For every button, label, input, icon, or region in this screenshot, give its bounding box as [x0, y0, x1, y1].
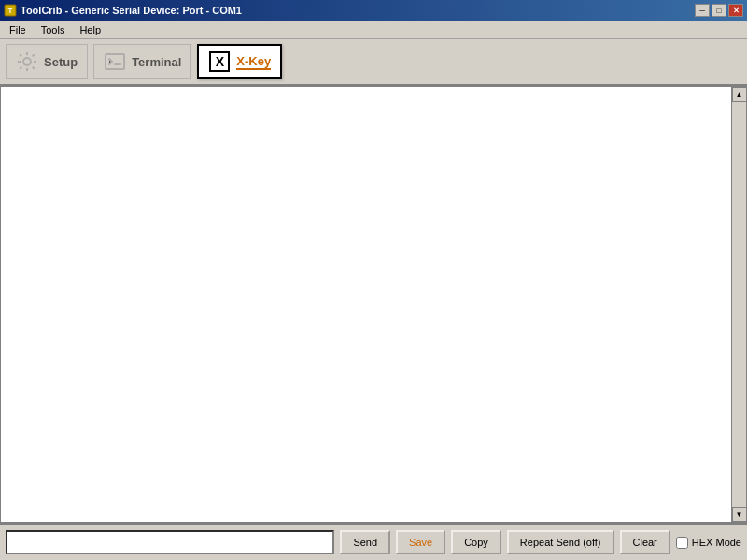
xkey-label: X-Key — [236, 54, 271, 70]
minimize-button[interactable]: ─ — [695, 4, 710, 17]
terminal-icon — [104, 50, 126, 73]
xkey-button[interactable]: X X-Key — [197, 44, 282, 79]
setup-label: Setup — [44, 55, 78, 69]
hex-mode-checkbox[interactable] — [676, 537, 688, 549]
send-input[interactable] — [6, 530, 334, 554]
hex-mode-container: HEX Mode — [676, 537, 741, 549]
title-bar-left: T ToolCrib - Generic Serial Device: Port… — [4, 4, 242, 17]
scroll-down-button[interactable]: ▼ — [732, 507, 747, 522]
repeat-send-button[interactable]: Repeat Send (off) — [507, 530, 614, 554]
setup-button[interactable]: Setup — [6, 44, 88, 79]
menu-tools[interactable]: Tools — [34, 22, 73, 37]
menu-help[interactable]: Help — [72, 22, 108, 37]
save-button[interactable]: Save — [396, 530, 445, 554]
app-icon: T — [4, 4, 17, 17]
svg-rect-3 — [106, 54, 124, 69]
bottom-bar: Send Save Copy Repeat Send (off) Clear H… — [0, 523, 747, 560]
menu-file[interactable]: File — [2, 22, 34, 37]
menu-bar: File Tools Help — [0, 21, 747, 39]
content-area — [1, 87, 746, 522]
scroll-up-button[interactable]: ▲ — [732, 87, 747, 102]
toolbar: Setup Terminal X X-Key — [0, 39, 747, 86]
title-bar: T ToolCrib - Generic Serial Device: Port… — [0, 0, 747, 21]
hex-mode-label: HEX Mode — [692, 537, 741, 548]
svg-point-2 — [23, 58, 31, 65]
main-area: ▲ ▼ — [0, 86, 747, 523]
svg-text:T: T — [8, 7, 13, 15]
terminal-button[interactable]: Terminal — [93, 44, 191, 79]
setup-icon — [16, 50, 38, 73]
scroll-track — [732, 102, 746, 507]
send-button[interactable]: Send — [340, 530, 390, 554]
terminal-label: Terminal — [132, 55, 181, 69]
maximize-button[interactable]: □ — [712, 4, 726, 17]
window-controls: ─ □ ✕ — [695, 4, 743, 17]
copy-button[interactable]: Copy — [451, 530, 501, 554]
xkey-icon: X — [208, 50, 231, 73]
clear-button[interactable]: Clear — [620, 530, 670, 554]
window-title: ToolCrib - Generic Serial Device: Port -… — [21, 5, 242, 16]
scrollbar-right: ▲ ▼ — [731, 87, 746, 522]
close-button[interactable]: ✕ — [728, 4, 743, 17]
